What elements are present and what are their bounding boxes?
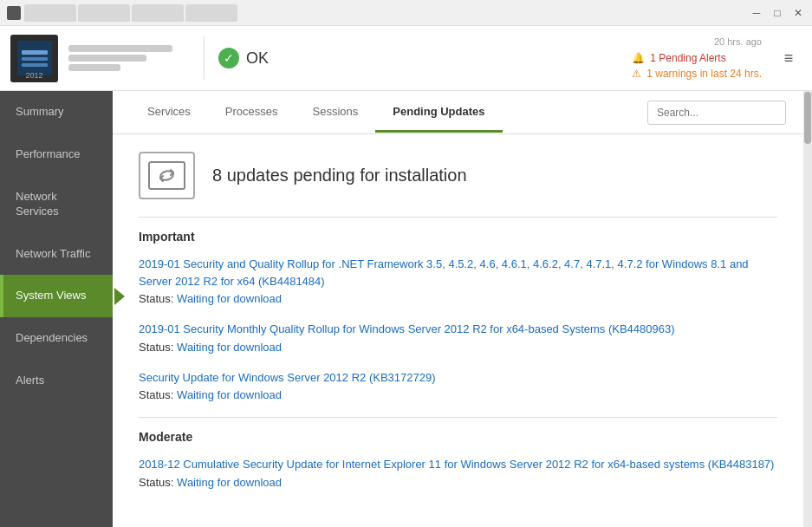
status-ok-icon: ✓	[218, 48, 239, 68]
sidebar-item-alerts[interactable]: Alerts	[0, 360, 113, 402]
tab-bar: Services Processes Sessions Pending Upda…	[113, 91, 803, 134]
tab-pending-updates[interactable]: Pending Updates	[375, 93, 502, 133]
server-name-area	[68, 45, 172, 71]
status-ok-text: OK	[246, 49, 269, 68]
update-item-1: 2019-01 Security and Quality Rollup for …	[139, 256, 777, 305]
header-divider	[204, 36, 205, 80]
update-status-3: Status: Waiting for download	[139, 388, 777, 401]
title-bar-tabs	[24, 4, 237, 22]
status-label-3: Status:	[139, 388, 173, 401]
server-icon: 2012	[10, 35, 58, 82]
warnings-text: 1 warnings in last 24 hrs.	[646, 68, 762, 80]
server-rack-1	[22, 50, 48, 55]
status-label-1: Status:	[139, 292, 173, 305]
title-tab-4	[185, 4, 237, 22]
section-important-title: Important	[139, 230, 777, 244]
update-item-3: Security Update for Windows Server 2012 …	[139, 369, 777, 402]
status-value-2[interactable]: Waiting for download	[177, 341, 282, 354]
status-value-3[interactable]: Waiting for download	[177, 388, 282, 401]
sidebar-item-system-views[interactable]: System Views	[0, 275, 113, 317]
scroll-indicator	[803, 91, 812, 527]
update-status-2: Status: Waiting for download	[139, 341, 777, 354]
update-status-4: Status: Waiting for download	[139, 476, 777, 489]
app-header: 2012 ✓ OK 20 hrs. ago 🔔 1 Pending Alerts…	[0, 26, 812, 91]
content-area: Services Processes Sessions Pending Upda…	[113, 91, 803, 527]
update-link-2[interactable]: 2019-01 Security Monthly Quality Rollup …	[139, 321, 777, 338]
server-name-blob-1	[68, 45, 172, 52]
alert-warning: ⚠ 1 warnings in last 24 hrs.	[632, 68, 762, 80]
bell-icon: 🔔	[632, 52, 645, 64]
status-label-2: Status:	[139, 341, 173, 354]
svg-rect-0	[149, 162, 185, 189]
title-tab-1	[24, 4, 76, 22]
title-tab-2	[78, 4, 130, 22]
search-input[interactable]	[647, 101, 786, 125]
tab-services[interactable]: Services	[130, 93, 208, 133]
server-name-blob-2	[68, 55, 146, 62]
pending-alerts-text: 1 Pending Alerts	[650, 52, 725, 64]
section-divider-top	[139, 217, 777, 218]
update-link-4[interactable]: 2018-12 Cumulative Security Update for I…	[139, 456, 777, 473]
update-link-1[interactable]: 2019-01 Security and Quality Rollup for …	[139, 256, 777, 290]
updates-icon	[139, 152, 195, 199]
status-value-1[interactable]: Waiting for download	[177, 292, 282, 305]
maximize-button[interactable]: □	[770, 6, 784, 20]
updates-area: 8 updates pending for installation Impor…	[113, 134, 803, 527]
timestamp: 20 hrs. ago	[632, 36, 762, 47]
scroll-thumb[interactable]	[804, 92, 811, 144]
sidebar-item-network-traffic[interactable]: Network Traffic	[0, 233, 113, 276]
sidebar-item-dependencies[interactable]: Dependencies	[0, 317, 113, 360]
title-bar-left	[7, 4, 237, 22]
update-status-1: Status: Waiting for download	[139, 292, 777, 305]
section-moderate-title: Moderate	[139, 430, 777, 444]
menu-button[interactable]: ≡	[776, 36, 802, 80]
status-value-4[interactable]: Waiting for download	[177, 476, 282, 489]
alert-pending: 🔔 1 Pending Alerts	[632, 52, 725, 64]
updates-title: 8 updates pending for installation	[212, 166, 467, 185]
close-button[interactable]: ✕	[791, 6, 805, 20]
update-item-4: 2018-12 Cumulative Security Update for I…	[139, 456, 777, 489]
sidebar-item-performance[interactable]: Performance	[0, 133, 113, 176]
sidebar-item-summary[interactable]: Summary	[0, 91, 113, 133]
server-rack-2	[22, 57, 48, 61]
year-label: 2012	[25, 71, 42, 80]
tab-processes[interactable]: Processes	[208, 93, 296, 133]
update-link-3[interactable]: Security Update for Windows Server 2012 …	[139, 369, 777, 387]
sidebar-item-network-services[interactable]: Network Services	[0, 176, 113, 233]
main-area: Summary Performance Network Services Net…	[0, 91, 812, 527]
update-item-2: 2019-01 Security Monthly Quality Rollup …	[139, 321, 777, 354]
updates-header: 8 updates pending for installation	[139, 152, 777, 199]
title-bar: ─ □ ✕	[0, 0, 812, 26]
title-tab-3	[132, 4, 184, 22]
tab-sessions[interactable]: Sessions	[296, 93, 376, 133]
status-area: ✓ OK	[218, 48, 269, 68]
server-name-blob-3	[68, 64, 120, 71]
minimize-button[interactable]: ─	[750, 6, 763, 20]
warning-icon: ⚠	[632, 68, 641, 80]
window-controls: ─ □ ✕	[750, 6, 805, 20]
app-icon	[7, 6, 21, 20]
section-divider-moderate	[139, 417, 777, 418]
status-label-4: Status:	[139, 476, 173, 489]
server-rack-3	[22, 63, 48, 67]
sidebar: Summary Performance Network Services Net…	[0, 91, 113, 527]
alerts-section: 20 hrs. ago 🔔 1 Pending Alerts ⚠ 1 warni…	[632, 36, 762, 80]
